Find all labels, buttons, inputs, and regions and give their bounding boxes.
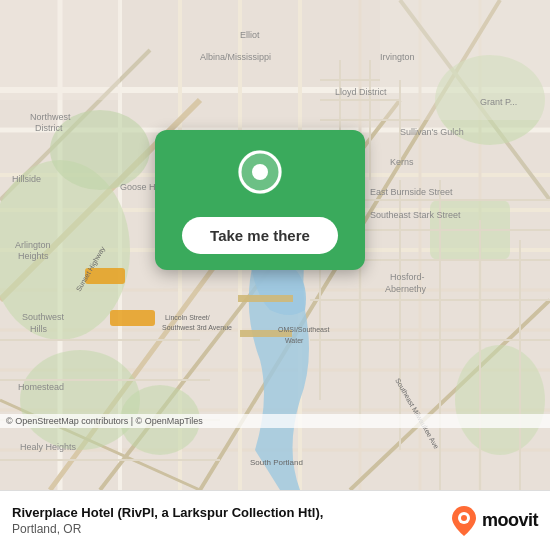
svg-text:East Burnside Street: East Burnside Street: [370, 187, 453, 197]
svg-text:Irvington: Irvington: [380, 52, 415, 62]
moovit-logo: moovit: [450, 504, 538, 538]
svg-text:Hills: Hills: [30, 324, 47, 334]
svg-text:Kerns: Kerns: [390, 157, 414, 167]
svg-text:Hosford-: Hosford-: [390, 272, 425, 282]
svg-text:Water: Water: [285, 337, 304, 344]
moovit-pin-icon: [450, 504, 478, 538]
svg-text:Sullivan's Gulch: Sullivan's Gulch: [400, 127, 464, 137]
take-me-there-button[interactable]: Take me there: [182, 217, 338, 254]
svg-text:Lloyd District: Lloyd District: [335, 87, 387, 97]
svg-text:District: District: [35, 123, 63, 133]
svg-text:Healy Heights: Healy Heights: [20, 442, 77, 452]
map-view: Northwest District Arlington Heights Sou…: [0, 0, 550, 490]
svg-text:Northwest: Northwest: [30, 112, 71, 122]
svg-rect-35: [238, 295, 293, 302]
svg-text:Hillside: Hillside: [12, 174, 41, 184]
svg-text:Lincoln Street/: Lincoln Street/: [165, 314, 210, 321]
svg-text:Abernethy: Abernethy: [385, 284, 427, 294]
svg-point-28: [50, 110, 150, 190]
svg-point-30: [20, 350, 140, 450]
info-bar: Riverplace Hotel (RivPl, a Larkspur Coll…: [0, 490, 550, 550]
hotel-name: Riverplace Hotel (RivPl, a Larkspur Coll…: [12, 505, 450, 522]
svg-text:South Portland: South Portland: [250, 458, 303, 467]
svg-text:OMSI/Southeast: OMSI/Southeast: [278, 326, 329, 333]
svg-rect-38: [110, 310, 155, 326]
svg-text:Homestead: Homestead: [18, 382, 64, 392]
svg-point-92: [252, 164, 268, 180]
svg-text:Grant P...: Grant P...: [480, 97, 517, 107]
destination-card: Take me there: [155, 130, 365, 270]
svg-text:Albina/Mississippi: Albina/Mississippi: [200, 52, 271, 62]
moovit-brand-text: moovit: [482, 510, 538, 531]
location-pin-icon: [235, 147, 285, 207]
svg-text:Southeast Stark Street: Southeast Stark Street: [370, 210, 461, 220]
svg-text:Heights: Heights: [18, 251, 49, 261]
svg-text:Southwest: Southwest: [22, 312, 65, 322]
hotel-location: Portland, OR: [12, 522, 450, 536]
hotel-info: Riverplace Hotel (RivPl, a Larkspur Coll…: [12, 505, 450, 536]
copyright-text: © OpenStreetMap contributors | © OpenMap…: [0, 414, 550, 428]
svg-point-94: [461, 515, 467, 521]
svg-text:Southwest 3rd Avenue: Southwest 3rd Avenue: [162, 324, 232, 331]
svg-rect-39: [0, 0, 120, 100]
svg-point-32: [455, 345, 545, 455]
svg-text:Arlington: Arlington: [15, 240, 51, 250]
svg-text:Elliot: Elliot: [240, 30, 260, 40]
